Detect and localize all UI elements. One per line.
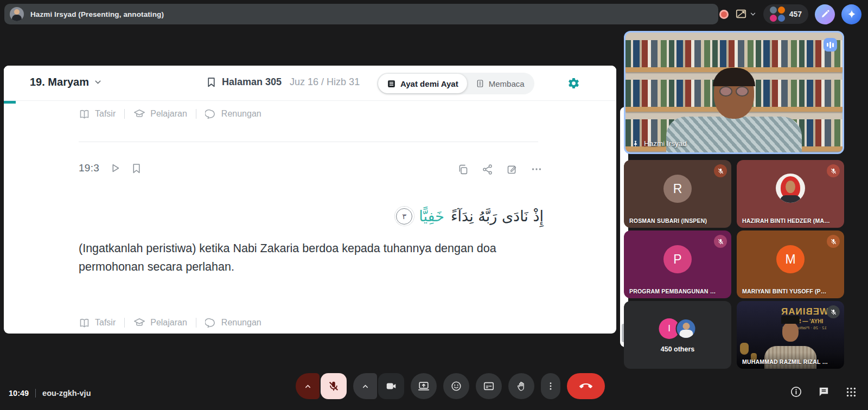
more-options-button[interactable] [541, 373, 560, 399]
info-icon [790, 386, 802, 398]
participants-button[interactable]: 457 [763, 4, 808, 24]
annotate-button[interactable] [815, 4, 835, 24]
settings-button[interactable] [565, 74, 582, 92]
participant-count: 457 [789, 10, 802, 18]
tab-ayat-demi-ayat[interactable]: Ayat demi Ayat [378, 74, 467, 93]
video-tile-muhammad-razmil-rizal[interactable]: WEBINAR IHYA' — SIRI 3 12 · 26 · Platfor… [737, 301, 844, 369]
sparkle-icon [847, 9, 857, 19]
divider [35, 389, 36, 398]
activities-button[interactable] [845, 386, 857, 398]
bookmark-icon [131, 163, 142, 174]
chat-button[interactable] [818, 386, 830, 398]
gear-icon [566, 76, 581, 91]
recording-indicator-icon [719, 10, 729, 19]
bookmark-verse-button[interactable] [131, 163, 142, 174]
tile-name-label: ROSMAN SUBARI (INSPEN) [629, 217, 717, 224]
meeting-code: eou-zgkh-vju [42, 389, 91, 398]
play-verse-button[interactable] [109, 162, 121, 174]
tafsir-link[interactable]: Tafsir [79, 108, 116, 120]
apps-grid-icon [845, 386, 857, 398]
chevron-down-icon [749, 10, 757, 18]
presenter-banner-label: Hazmi Irsyad (Presenting, annotating) [30, 10, 164, 18]
clock-time: 10:49 [9, 389, 29, 398]
bookmark-icon [206, 76, 217, 88]
pelajaran-label: Pelajaran [150, 318, 187, 328]
avatar [776, 174, 805, 203]
mic-muted-icon [827, 305, 840, 318]
video-tile-program-pembangunan-insan[interactable]: P PROGRAM PEMBANGUNAN INSAN ... [624, 230, 731, 298]
share-verse-button[interactable] [482, 164, 493, 175]
mic-off-icon [328, 380, 340, 392]
play-icon [109, 162, 121, 174]
pelajaran-link[interactable]: Pelajaran [133, 317, 187, 329]
others-tile[interactable]: I 450 others [624, 301, 731, 369]
page-label: Halaman 305 [222, 76, 282, 88]
audio-level-icon [824, 38, 837, 52]
share-icon [482, 164, 493, 175]
verse-links-row: Tafsir Pelajaran Renungan [79, 108, 261, 120]
avatar: P [663, 245, 692, 273]
tafsir-link[interactable]: Tafsir [79, 317, 116, 329]
tile-name-label: Hazmi Irsyad [644, 139, 687, 148]
avatar: R [663, 175, 692, 203]
renungan-link[interactable]: Renungan [205, 108, 261, 120]
copy-icon [457, 164, 469, 175]
pelajaran-link[interactable]: Pelajaran [133, 108, 187, 120]
more-options-button[interactable] [531, 163, 542, 175]
presentation-icon [735, 8, 747, 20]
presentation-mode-button[interactable] [735, 8, 757, 20]
renungan-label: Renungan [221, 318, 261, 328]
mic-toggle-button-muted[interactable] [321, 373, 347, 399]
divider [196, 318, 196, 328]
tab-label: Ayat demi Ayat [400, 79, 458, 88]
mic-muted-icon [714, 235, 727, 248]
video-tile-mariyani-binti-yusoff[interactable]: M MARIYANI BINTI YUSOFF (PUSPEN-... [737, 230, 844, 298]
raise-hand-button[interactable] [508, 373, 534, 399]
meeting-details-button[interactable] [790, 386, 802, 398]
tab-membaca[interactable]: Membaca [467, 74, 533, 93]
edit-note-button[interactable] [506, 164, 518, 175]
reactions-button[interactable] [443, 373, 469, 399]
mic-muted-icon [827, 235, 840, 248]
arabic-verse: إِذْ نَادَى رَبَّهُ نِدَآءً خَفِيًّا ٣ [396, 208, 544, 225]
surah-selector[interactable]: 19. Maryam [30, 76, 103, 88]
tile-name-label: HAZIRAH BINTI HEDZER (MAIWP) [742, 217, 830, 224]
pelajaran-label: Pelajaran [150, 109, 187, 119]
chat-bubble-icon [205, 108, 216, 120]
divider [124, 318, 125, 328]
renungan-link[interactable]: Renungan [205, 317, 261, 329]
present-screen-button[interactable] [411, 373, 437, 399]
call-controls [296, 373, 605, 399]
reading-progress-bar [4, 101, 16, 104]
chevron-down-icon [93, 78, 103, 87]
end-call-button[interactable] [567, 373, 605, 399]
verse-translation: (Ingatkanlah peristiwa) ketika Nabi Zaka… [79, 239, 513, 277]
end-call-icon [579, 380, 592, 393]
tile-name-label: MARIYANI BINTI YUSOFF (PUSPEN-... [742, 288, 830, 294]
avatar [676, 318, 697, 339]
participant-avatars [770, 7, 785, 22]
vertical-dots-icon [546, 381, 556, 391]
avatar: M [776, 245, 805, 273]
camera-toggle-button[interactable] [378, 373, 404, 399]
captions-button[interactable] [476, 373, 502, 399]
book-open-icon [79, 317, 90, 329]
ellipsis-icon [531, 163, 542, 175]
graduation-cap-icon [133, 108, 145, 120]
mic-options-button[interactable] [296, 373, 320, 399]
list-rows-icon [387, 79, 396, 88]
raise-hand-icon [516, 381, 527, 392]
tab-label: Membaca [489, 79, 525, 88]
video-tile-hazirah-binti-hedzer[interactable]: HAZIRAH BINTI HEDZER (MAIWP) [737, 160, 844, 228]
document-lines-icon [476, 79, 484, 88]
verse-links-row: Tafsir Pelajaran Renungan [79, 317, 261, 329]
renungan-label: Renungan [221, 109, 261, 119]
pen-icon [820, 9, 830, 19]
video-tile-rosman-subari[interactable]: R ROSMAN SUBARI (INSPEN) [624, 160, 731, 228]
chat-icon [818, 386, 830, 398]
camera-options-button[interactable] [353, 373, 377, 399]
copy-verse-button[interactable] [457, 164, 469, 175]
gemini-button[interactable] [841, 4, 861, 24]
video-tile-hazmi-irsyad[interactable]: Hazmi Irsyad [624, 31, 844, 154]
divider [124, 109, 125, 119]
